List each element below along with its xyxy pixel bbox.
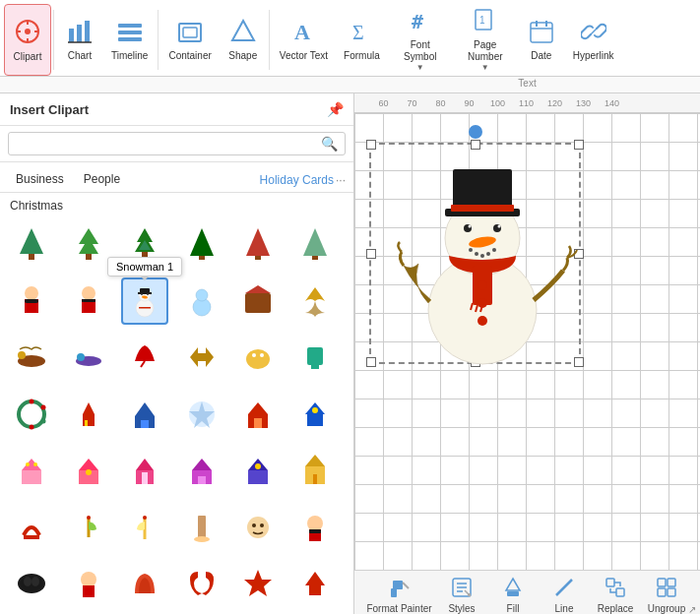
list-item[interactable]: [291, 391, 339, 438]
list-item[interactable]: [8, 277, 55, 325]
replace-icon: [605, 577, 626, 603]
search-input[interactable]: [8, 132, 346, 155]
svg-marker-90: [79, 459, 98, 470]
svg-rect-36: [255, 256, 261, 260]
ungroup-button[interactable]: Ungroup: [643, 573, 690, 615]
list-item[interactable]: [65, 560, 112, 607]
ruler-mark: 90: [455, 98, 483, 108]
svg-marker-96: [192, 459, 212, 470]
ribbon-item-date[interactable]: Date: [518, 4, 565, 76]
svg-point-118: [81, 572, 96, 587]
ribbon-item-timeline[interactable]: Timeline: [103, 4, 156, 76]
formula-icon: Σ: [349, 19, 374, 48]
sidebar-title: Insert Clipart: [10, 102, 89, 117]
ribbon-item-vector-text[interactable]: A Vector Text: [272, 4, 336, 76]
ribbon-item-font-symbol[interactable]: # Font Symbol ▼: [388, 4, 453, 76]
replace-button[interactable]: Replace: [592, 573, 639, 615]
handle-bottom-left[interactable]: [366, 357, 376, 367]
list-item[interactable]: [65, 391, 112, 438]
list-item[interactable]: [65, 334, 112, 381]
ribbon-item-formula[interactable]: Σ Formula: [336, 4, 388, 76]
list-item[interactable]: [291, 560, 339, 607]
list-item[interactable]: [121, 504, 168, 551]
ruler-mark: 100: [483, 98, 512, 108]
list-item[interactable]: [291, 220, 339, 268]
handle-top-middle[interactable]: [471, 140, 480, 150]
list-item[interactable]: [291, 334, 339, 381]
list-item[interactable]: [8, 391, 55, 438]
list-item[interactable]: [65, 447, 112, 494]
list-item[interactable]: [178, 334, 225, 381]
list-item[interactable]: [178, 504, 225, 551]
search-icon: 🔍: [321, 136, 338, 152]
search-container: 🔍: [0, 126, 353, 162]
list-item[interactable]: [8, 504, 55, 551]
list-item[interactable]: [178, 277, 225, 325]
tab-business[interactable]: Business: [8, 168, 72, 192]
list-item[interactable]: [291, 504, 339, 551]
svg-rect-29: [86, 254, 92, 260]
svg-marker-28: [79, 228, 98, 254]
snowman-image[interactable]: [384, 157, 581, 374]
list-item-snowman[interactable]: Snowman 1: [121, 277, 168, 325]
line-button[interactable]: Line: [541, 573, 588, 615]
rotate-handle[interactable]: [469, 125, 482, 139]
list-item[interactable]: [291, 277, 339, 325]
list-item[interactable]: [8, 560, 55, 607]
svg-text:#: #: [412, 10, 423, 33]
svg-point-64: [260, 353, 264, 357]
list-item[interactable]: [234, 334, 282, 381]
svg-point-108: [194, 536, 210, 542]
format-painter-button[interactable]: Format Painter: [364, 573, 434, 615]
list-item[interactable]: [121, 334, 168, 381]
fill-button[interactable]: Fill: [489, 573, 537, 615]
handle-top-right[interactable]: [574, 140, 584, 150]
ribbon-item-shape[interactable]: Shape: [220, 4, 267, 76]
ribbon-item-container[interactable]: Container: [160, 4, 219, 76]
ribbon-item-chart[interactable]: Chart: [56, 4, 103, 76]
list-item[interactable]: [65, 504, 112, 551]
list-item[interactable]: [234, 560, 282, 607]
svg-point-63: [252, 353, 256, 357]
svg-point-141: [480, 254, 484, 258]
list-item[interactable]: [291, 447, 339, 494]
handle-top-left[interactable]: [366, 140, 376, 150]
ribbon-item-clipart[interactable]: Clipart: [4, 4, 51, 76]
shape-label: Shape: [228, 50, 257, 61]
list-item[interactable]: [121, 447, 168, 494]
ribbon-item-page-number[interactable]: 1 Page Number ▼: [453, 4, 518, 76]
svg-rect-104: [24, 535, 39, 539]
handle-middle-left[interactable]: [366, 249, 376, 259]
svg-rect-48: [138, 292, 152, 294]
list-item[interactable]: [8, 447, 55, 494]
list-item[interactable]: [121, 560, 168, 607]
svg-point-117: [32, 577, 39, 586]
svg-rect-161: [668, 588, 675, 596]
list-item[interactable]: [234, 277, 282, 325]
svg-line-147: [403, 583, 409, 588]
list-item[interactable]: [178, 560, 225, 607]
holiday-cards-link[interactable]: Holiday Cards: [260, 173, 334, 187]
ribbon-item-hyperlink[interactable]: Hyperlink: [565, 4, 622, 76]
list-item[interactable]: [178, 220, 225, 268]
list-item[interactable]: [178, 447, 225, 494]
pin-icon[interactable]: 📌: [327, 101, 344, 117]
list-item[interactable]: [234, 220, 282, 268]
list-item[interactable]: [234, 391, 282, 438]
list-item[interactable]: [65, 277, 112, 325]
list-item[interactable]: [121, 391, 168, 438]
list-item[interactable]: [65, 220, 112, 268]
svg-point-116: [24, 577, 32, 586]
svg-point-91: [86, 469, 92, 475]
list-item[interactable]: [234, 504, 282, 551]
list-item[interactable]: [234, 447, 282, 494]
list-item[interactable]: [178, 391, 225, 438]
toolbar-expand[interactable]: ↗: [688, 604, 696, 614]
tab-people[interactable]: People: [76, 168, 128, 192]
canvas-bg: [354, 113, 700, 570]
styles-button[interactable]: Styles: [438, 573, 485, 615]
list-item[interactable]: [8, 334, 55, 381]
list-item[interactable]: [8, 220, 55, 268]
more-dots[interactable]: ···: [336, 173, 346, 187]
svg-marker-86: [22, 459, 41, 470]
